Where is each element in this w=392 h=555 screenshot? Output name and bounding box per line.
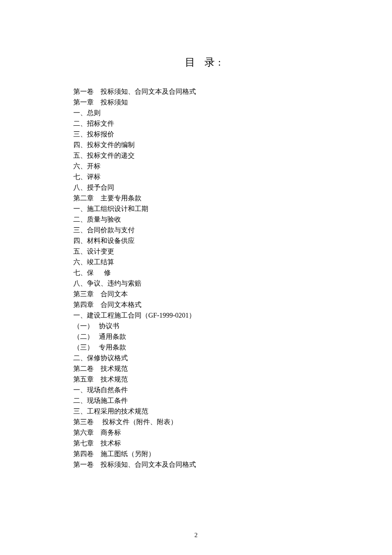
toc-item: 第三卷 投标文件（附件、附表）	[73, 416, 392, 427]
page-number: 2	[0, 532, 392, 539]
toc-item: 第一卷 投标须知、合同文本及合同格式	[73, 86, 392, 97]
toc-item: 第一章 投标须知	[73, 97, 392, 107]
toc-item: 二、保修协议格式	[73, 353, 392, 363]
toc-item: 六、开标	[73, 161, 392, 171]
toc-item: 一、施工组织设计和工期	[73, 203, 392, 214]
toc-list: 第一卷 投标须知、合同文本及合同格式 第一章 投标须知 一、总则 二、招标文件 …	[0, 86, 392, 470]
toc-item: 二、现场施工条件	[73, 395, 392, 406]
toc-item: 第六章 商务标	[73, 427, 392, 438]
toc-item: 三、工程采用的技术规范	[73, 406, 392, 416]
toc-item: 第五章 技术规范	[73, 374, 392, 384]
toc-item: 第二卷 技术规范	[73, 363, 392, 374]
toc-item: （二） 通用条款	[73, 331, 392, 342]
toc-item: 五、投标文件的递交	[73, 150, 392, 161]
toc-item: 一、总则	[73, 107, 392, 118]
toc-item: 第一卷 投标须知、合同文本及合同格式	[73, 459, 392, 470]
toc-item: 第四章 合同文本格式	[73, 299, 392, 310]
toc-item: 七、保 修	[73, 267, 392, 278]
toc-item: 六、竣工结算	[73, 257, 392, 267]
toc-item: 八、授予合同	[73, 182, 392, 193]
toc-item: 第三章 合同文本	[73, 289, 392, 299]
toc-item: 七、评标	[73, 171, 392, 182]
toc-title: 目 录:	[0, 55, 392, 69]
toc-item: 一、建设工程施工合同（GF-1999-0201）	[73, 310, 392, 321]
toc-item: 第七章 技术标	[73, 438, 392, 448]
toc-item: 三、合同价款与支付	[73, 225, 392, 235]
toc-item: （三） 专用条款	[73, 342, 392, 353]
toc-item: （一） 协议书	[73, 321, 392, 331]
toc-item: 四、材料和设备供应	[73, 235, 392, 246]
toc-item: 二、质量与验收	[73, 214, 392, 225]
toc-item: 第二章 主要专用条款	[73, 193, 392, 203]
document-page: 目 录: 第一卷 投标须知、合同文本及合同格式 第一章 投标须知 一、总则 二、…	[0, 0, 392, 470]
toc-item: 五、设计变更	[73, 246, 392, 257]
toc-item: 一、现场自然条件	[73, 384, 392, 395]
toc-item: 四、投标文件的编制	[73, 139, 392, 150]
toc-item: 八、争议、违约与索赔	[73, 278, 392, 289]
toc-item: 第四卷 施工图纸（另附）	[73, 448, 392, 459]
toc-item: 二、招标文件	[73, 118, 392, 129]
toc-item: 三、投标报价	[73, 129, 392, 139]
